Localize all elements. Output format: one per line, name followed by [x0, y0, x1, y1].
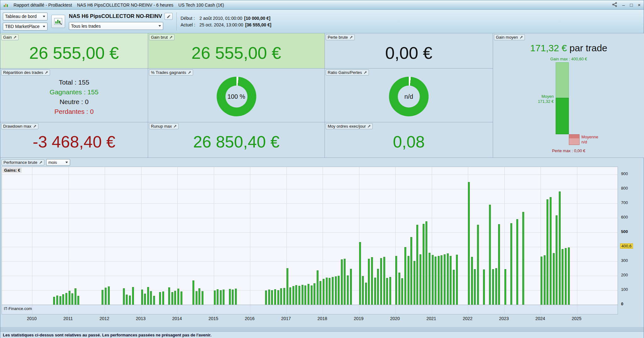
gain-bar: [71, 293, 73, 305]
gain-bar: [62, 294, 64, 305]
panel-gain-moyen-chip: Gain moyen: [494, 34, 525, 40]
gain-bar: [489, 205, 491, 305]
gain-bar: [323, 279, 325, 305]
gain-bar: [147, 287, 149, 305]
y-tick-label: 200: [621, 273, 628, 277]
wrench-icon[interactable]: [39, 161, 42, 164]
gain-bar: [483, 269, 485, 305]
gain-bar: [522, 212, 524, 305]
gain-bar: [565, 248, 567, 305]
gain-bar: [286, 268, 288, 305]
gain-bar: [75, 288, 76, 305]
gain-bar: [223, 290, 225, 305]
gain-bar: [408, 256, 409, 305]
gain-bar: [311, 285, 313, 305]
gain-bar: [504, 269, 506, 305]
minimize-button[interactable]: –: [622, 3, 625, 7]
panel-moy-ordres-label: Moy ordres exec/jour: [328, 124, 366, 129]
year-label: 2019: [349, 316, 368, 321]
gain-bar: [304, 285, 306, 305]
period-select-value: mois: [48, 160, 57, 165]
wrench-icon[interactable]: [169, 36, 173, 39]
value-gridline: [2, 232, 618, 233]
gain-bar: [295, 285, 297, 305]
chevron-down-icon: [158, 25, 161, 27]
gain-bar: [168, 287, 170, 305]
wrench-icon[interactable]: [519, 36, 523, 39]
window-title-strategy: NAS H6 PipsCOLLECTOR NO-REINV - 6 heures: [77, 3, 173, 8]
gain-bar: [550, 197, 552, 305]
wrench-icon[interactable]: [188, 71, 191, 74]
wrench-icon[interactable]: [367, 125, 371, 128]
gain-bar: [177, 289, 179, 305]
gain-bar: [347, 275, 349, 305]
year-label: 2023: [495, 316, 514, 321]
panel-gain-moyen-label: Gain moyen: [496, 35, 518, 40]
wrench-icon[interactable]: [173, 125, 177, 128]
period-select[interactable]: mois: [46, 159, 70, 166]
repartition-perdantes: Perdantes : 0: [54, 107, 94, 116]
gain-bar: [235, 289, 237, 305]
gain-bar: [69, 291, 70, 305]
gain-bar: [468, 182, 470, 305]
window-title-report: Rapport détaillé - ProBacktest: [14, 3, 72, 8]
loss-segment: [569, 134, 580, 145]
chart-settings-button[interactable]: [51, 15, 65, 28]
current-label: Actuel :: [180, 22, 197, 27]
year-label: 2025: [567, 316, 586, 321]
pct-gagnants-value: 100 %: [227, 93, 245, 100]
gain-bar: [410, 237, 412, 305]
marketplace-select[interactable]: TBD MarketPlace: [3, 23, 47, 30]
gain-bar: [510, 223, 512, 305]
value-gridline: [2, 203, 618, 204]
panel-perte-brute-chip: Perte brute: [326, 34, 355, 40]
wrench-icon[interactable]: [45, 71, 48, 74]
gain-bar: [383, 257, 385, 305]
performance-header: Performance brute mois: [0, 158, 644, 167]
watermark: IT-Finance.com: [4, 306, 32, 311]
close-button[interactable]: ×: [638, 3, 641, 7]
trades-filter-select[interactable]: Tous les trades: [69, 22, 163, 30]
panel-perte-brute-label: Perte brute: [328, 35, 348, 40]
value-gridline: [2, 261, 618, 262]
gain-bar: [141, 290, 143, 305]
strategy-name: NAS H6 PipsCOLLECTOR NO-REINV: [69, 13, 162, 19]
year-label: 2013: [131, 316, 150, 321]
gain-brut-value: 26 555,00 €: [148, 33, 325, 68]
gain-bar: [438, 256, 440, 305]
gain-bar: [559, 191, 561, 305]
gain-bar: [404, 247, 406, 305]
repartition-neutre: Neutre : 0: [59, 97, 88, 107]
wrench-icon[interactable]: [364, 71, 367, 74]
window-controls: – □ ×: [612, 2, 641, 8]
gain-bar: [425, 221, 427, 305]
ratio-donut: n/d: [389, 77, 429, 116]
panel-repartition-chip: Répartition des trades: [1, 69, 50, 75]
wrench-icon[interactable]: [349, 36, 353, 39]
gain-bar: [547, 199, 548, 305]
wrench-icon[interactable]: [33, 125, 36, 128]
gain-bar: [105, 288, 107, 305]
dashboard-select[interactable]: Tableau de bord: [3, 13, 47, 20]
panel-gain: Gain 26 555,00 €: [0, 33, 148, 69]
gain-bar: [289, 287, 291, 305]
gain-bar: [414, 261, 415, 305]
dashboard-select-value: Tableau de bord: [5, 14, 36, 19]
edit-strategy-button[interactable]: [164, 13, 173, 20]
gain-bar: [77, 296, 79, 305]
current-capital: [36 555,00 €]: [245, 22, 271, 27]
gain-bar: [150, 291, 152, 305]
gain-bar: [217, 289, 219, 305]
value-gridline: [2, 290, 618, 291]
maximize-button[interactable]: □: [630, 3, 633, 7]
performance-plot: Gains: € IT-Finance.com: [2, 167, 618, 314]
gain-bar: [265, 291, 267, 305]
chevron-down-icon: [43, 16, 45, 17]
gain-bar: [568, 247, 570, 305]
gain-bar: [495, 268, 497, 305]
gain-moyen-segment: [556, 98, 569, 134]
wrench-icon[interactable]: [13, 36, 17, 39]
panel-gain-chip: Gain: [1, 34, 19, 40]
gain-bar: [359, 242, 361, 305]
share-icon[interactable]: [612, 2, 617, 8]
